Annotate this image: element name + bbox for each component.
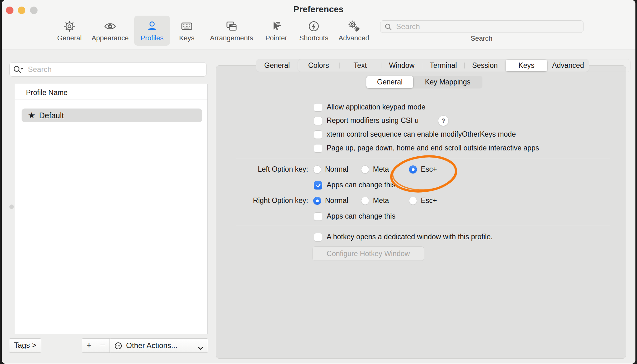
tab-separator [339, 63, 340, 68]
subtab-key-mappings[interactable]: Key Mappings [414, 76, 482, 88]
profile-name: Default [39, 111, 64, 120]
checkbox-hotkey-window[interactable] [314, 233, 322, 241]
tags-button[interactable]: Tags > [9, 338, 41, 353]
other-actions-dropdown[interactable]: Other Actions... [110, 338, 208, 353]
configure-hotkey-window-button: Configure Hotkey Window [312, 246, 424, 261]
checkbox-scroll-outside-apps[interactable] [314, 144, 322, 153]
profile-row-default[interactable]: ★ Default [22, 109, 202, 122]
checkbox-label: xterm control sequence can enable modify… [327, 130, 516, 139]
add-profile-button[interactable]: + [82, 338, 96, 353]
tab-general[interactable]: General [256, 59, 298, 72]
radio-label: Normal [325, 165, 348, 174]
left-option-key-label: Left Option key: [219, 165, 308, 174]
profile-search-field[interactable] [9, 62, 206, 77]
tab-separator [423, 63, 423, 68]
window-stack-icon [225, 20, 238, 33]
checkbox-label: A hotkey opens a dedicated window with t… [327, 233, 493, 241]
radio-left-option-normal[interactable] [313, 165, 321, 174]
toolbar-search-field[interactable] [380, 20, 583, 33]
checkbox-right-apps-can-change[interactable] [314, 212, 322, 221]
right-option-key-label: Right Option key: [219, 196, 308, 205]
help-button[interactable]: ? [438, 115, 449, 126]
eye-icon [104, 20, 117, 33]
splitter-handle[interactable] [9, 205, 14, 209]
profile-list-header: Profile Name [26, 88, 68, 97]
toolbar-item-appearance[interactable]: Appearance [87, 17, 134, 45]
radio-right-option-esc[interactable] [409, 197, 417, 205]
toolbar-label: Arrangements [205, 34, 258, 42]
header-divider [15, 99, 207, 99]
toolbar-search-caption: Search [450, 34, 513, 43]
radio-right-option-normal[interactable] [313, 197, 321, 205]
checkbox-keypad-mode[interactable] [314, 103, 322, 112]
toolbar-item-keys[interactable]: Keys [163, 17, 210, 45]
checkbox-label: Report modifiers using CSI u [327, 116, 419, 125]
radio-left-option-meta[interactable] [361, 165, 369, 174]
toolbar-item-general[interactable]: General [46, 17, 93, 45]
checkbox-label: Apps can change this [327, 212, 395, 220]
radio-right-option-meta[interactable] [361, 197, 369, 205]
cursor-icon [270, 20, 283, 33]
radio-label: Meta [373, 165, 389, 174]
chevron-down-icon [198, 344, 203, 348]
tab-separator [464, 63, 465, 68]
subtab-general[interactable]: General [366, 76, 413, 88]
ellipsis-circle-icon [114, 342, 122, 350]
radio-label: Esc+ [421, 165, 437, 174]
toolbar-label: Advanced [330, 34, 377, 42]
toolbar-label: General [46, 34, 93, 42]
gear-icon [63, 20, 76, 33]
tab-separator [381, 63, 381, 68]
search-icon [384, 23, 392, 31]
section-divider [236, 226, 610, 226]
radio-left-option-esc[interactable] [409, 165, 417, 174]
bolt-circle-icon [307, 20, 320, 33]
radio-label: Esc+ [421, 196, 437, 205]
checkbox-label: Apps can change this [327, 181, 395, 189]
profile-list: Profile Name ★ Default [15, 84, 208, 334]
star-icon: ★ [28, 110, 35, 120]
toolbar-divider [2, 49, 635, 49]
profile-search-input[interactable] [27, 64, 199, 75]
screen: Preferences General Appearance [0, 0, 637, 364]
checkbox-label: Page up, page down, home and end scroll … [327, 144, 539, 152]
window-title: Preferences [0, 4, 637, 14]
other-actions-label: Other Actions... [126, 341, 177, 350]
checkbox-csi-u[interactable] [314, 117, 322, 125]
checkbox-modify-other-keys[interactable] [314, 130, 322, 139]
gears-icon [347, 20, 360, 33]
keys-subtab-bar: General Key Mappings [366, 76, 482, 88]
radio-label: Meta [373, 196, 389, 205]
keyboard-icon [180, 20, 193, 33]
search-menu-icon [13, 65, 24, 74]
remove-profile-button[interactable]: − [96, 338, 110, 353]
toolbar-label: Keys [163, 34, 210, 42]
radio-label: Normal [325, 196, 348, 205]
toolbar-item-advanced[interactable]: Advanced [330, 17, 377, 45]
toolbar-item-arrangements[interactable]: Arrangements [205, 17, 258, 45]
checkbox-left-apps-can-change[interactable] [314, 181, 322, 190]
section-divider [236, 158, 610, 158]
tab-separator [298, 63, 298, 68]
checkbox-label: Allow application keypad mode [327, 103, 426, 111]
toolbar-search-input[interactable] [395, 22, 577, 32]
person-icon [145, 20, 159, 33]
toolbar-label: Appearance [87, 34, 134, 42]
